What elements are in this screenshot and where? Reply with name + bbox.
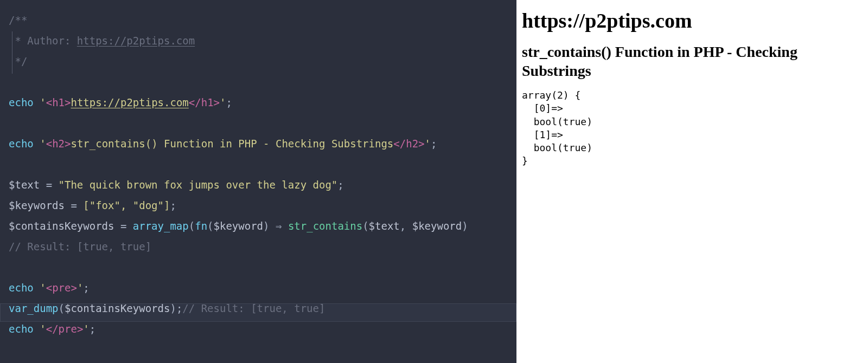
tag-token: > <box>77 323 83 335</box>
blank-line <box>9 154 511 174</box>
code-line: var_dump($containsKeywords);// Result: [… <box>9 298 511 319</box>
preview-pane: https://p2ptips.com str_contains() Funct… <box>516 0 868 363</box>
comment-token: // Result: [true, true] <box>182 302 325 314</box>
tag-token: > <box>71 282 76 294</box>
comment-token: // Result: [true, true] <box>9 241 151 252</box>
punct-token: ; <box>431 138 437 150</box>
preview-h2: str_contains() Function in PHP - Checkin… <box>522 42 863 80</box>
punct-token: ) <box>170 302 176 314</box>
variable-token: $keyword <box>412 220 462 232</box>
variable-token: $keyword <box>214 220 264 232</box>
punct-token: ) <box>462 220 468 232</box>
code-editor-pane[interactable]: ▾ /** * Author: https://p2ptips.com */ e… <box>0 0 516 363</box>
variable-token: $text <box>369 220 400 232</box>
code-line: $keywords = ["fox", "dog"]; <box>9 195 511 216</box>
string-token: ' <box>220 96 226 108</box>
variable-token: $text <box>9 179 40 191</box>
punct-token: = <box>40 179 58 191</box>
code-line: echo '<pre>'; <box>9 277 511 298</box>
tag-token: / <box>400 138 406 150</box>
variable-token: $containsKeywords <box>9 220 114 232</box>
keyword-token: echo <box>9 138 34 150</box>
punct-token: ; <box>226 96 232 108</box>
code-line: $text = "The quick brown fox jumps over … <box>9 174 511 195</box>
punct-token: ; <box>337 179 343 191</box>
keyword-token: echo <box>9 323 34 335</box>
tag-token: > <box>418 138 424 150</box>
tag-token: h2 <box>52 138 65 150</box>
tag-token: / <box>195 96 201 108</box>
tag-token: pre <box>52 282 71 294</box>
string-token: ' <box>40 96 46 108</box>
tag-token: h2 <box>406 138 418 150</box>
tag-token: > <box>65 138 71 150</box>
tag-token: < <box>393 138 399 150</box>
tag-token: < <box>46 323 52 335</box>
comment-token: */ <box>9 55 27 67</box>
code-line: */ <box>9 51 511 72</box>
tag-token: < <box>189 96 195 108</box>
code-line: echo '<h1>https://p2ptips.com</h1>'; <box>9 92 511 113</box>
function-token: array_map <box>133 220 189 232</box>
tag-token: > <box>214 96 220 108</box>
punct-token: ; <box>170 199 176 211</box>
tag-token: > <box>65 96 71 108</box>
code-line: * Author: https://p2ptips.com <box>9 30 511 51</box>
keyword-token: echo <box>9 96 34 108</box>
keyword-token: fn <box>195 220 207 232</box>
code-line: /** <box>9 10 511 30</box>
code-line: echo '</pre>'; <box>9 319 511 339</box>
string-token: str_contains() Function in PHP - Checkin… <box>71 138 393 150</box>
tag-token: h1 <box>201 96 214 108</box>
variable-token: $containsKeywords <box>65 302 170 314</box>
punct-token: ; <box>90 323 95 335</box>
tag-token: h1 <box>52 96 65 108</box>
punct-token: ( <box>207 220 213 232</box>
comment-token: /** <box>9 14 27 26</box>
variable-token: $keywords <box>9 199 65 211</box>
blank-line <box>9 257 511 277</box>
string-token: ' <box>40 138 46 150</box>
blank-line <box>9 72 511 92</box>
punct-token: ) <box>263 220 269 232</box>
function-token: str_contains <box>288 220 362 232</box>
tag-token: / <box>52 323 58 335</box>
blank-line <box>9 113 511 133</box>
comment-link[interactable]: https://p2ptips.com <box>77 35 195 47</box>
comment-token: Author: <box>21 35 77 47</box>
punct-token: ( <box>362 220 368 232</box>
string-token: ' <box>40 323 46 335</box>
string-token: ' <box>77 282 83 294</box>
string-link[interactable]: https://p2ptips.com <box>71 96 188 108</box>
punct-token: , <box>400 220 412 232</box>
string-token: ' <box>40 282 46 294</box>
punct-token: = <box>114 220 132 232</box>
comment-token: * <box>9 35 21 47</box>
code-line: $containsKeywords = array_map(fn($keywor… <box>9 216 511 236</box>
string-token: ["fox", "dog"] <box>83 199 170 211</box>
tag-token: < <box>46 138 52 150</box>
preview-h1: https://p2ptips.com <box>522 9 863 33</box>
punct-token: ; <box>176 302 182 314</box>
function-token: var_dump <box>9 302 59 314</box>
tag-token: pre <box>59 323 77 335</box>
preview-output: array(2) { [0]=> bool(true) [1]=> bool(t… <box>522 89 863 168</box>
arrow-token: ⇒ <box>276 220 282 232</box>
string-token: ' <box>83 323 89 335</box>
tag-token: < <box>46 96 52 108</box>
keyword-token: echo <box>9 282 34 294</box>
string-token: ' <box>425 138 431 150</box>
punct-token: ( <box>189 220 195 232</box>
string-token: "The quick brown fox jumps over the lazy… <box>59 179 338 191</box>
tag-token: < <box>46 282 52 294</box>
code-line: echo '<h2>str_contains() Function in PHP… <box>9 133 511 154</box>
punct-token: = <box>65 199 83 211</box>
punct-token: ( <box>59 302 65 314</box>
code-line: // Result: [true, true] <box>9 236 511 257</box>
punct-token: ; <box>83 282 89 294</box>
